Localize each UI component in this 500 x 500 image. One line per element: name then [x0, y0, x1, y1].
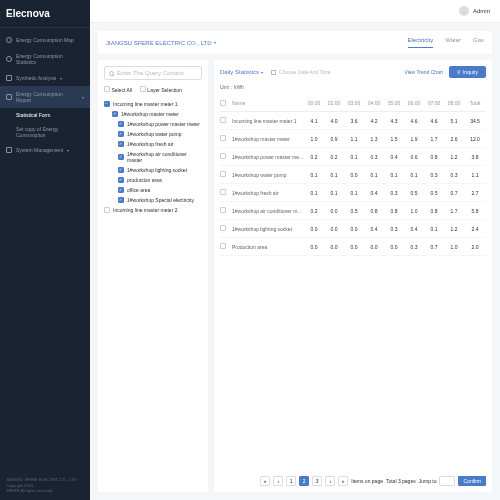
date-picker[interactable]: Choose Date And Time [271, 69, 330, 75]
column-header[interactable]: Name [232, 100, 304, 107]
nav-statistical-form[interactable]: Statistical Form [0, 108, 90, 122]
toolbar: Daily Statistics▾ Choose Date And Time V… [220, 66, 486, 78]
nav-energy-stats[interactable]: Energy Consumption Statistics [0, 48, 90, 70]
tabs: Electricity Water Gas [408, 37, 484, 48]
tree-item[interactable]: 1#workshop lighting socket [104, 165, 202, 175]
page-prev[interactable]: ‹ [273, 476, 283, 486]
tree-item[interactable]: Incoming line master meter 1 [104, 99, 202, 109]
breadcrumb[interactable]: JIANGSU SFERE ELECTRIC CO., LTD▾ [106, 40, 216, 46]
tree-item[interactable]: Incoming line master meter 2 [104, 205, 202, 215]
checkbox[interactable] [104, 101, 110, 107]
page-1[interactable]: 1 [286, 476, 296, 486]
column-header[interactable]: 04:00 [364, 100, 384, 107]
checkbox[interactable] [118, 131, 124, 137]
logo: Elecnova [0, 0, 90, 28]
table-row: Incoming line master meter 14.14.03.64.2… [220, 112, 486, 130]
checkbox[interactable] [118, 187, 124, 193]
checkbox[interactable] [220, 189, 226, 195]
period-dropdown[interactable]: Daily Statistics▾ [220, 69, 263, 75]
column-header[interactable]: 00:00 [304, 100, 324, 107]
nav-energy-report[interactable]: Energy Consumption Report▾ [0, 86, 90, 108]
column-header[interactable]: 05:00 [384, 100, 404, 107]
tree-item[interactable]: office area [104, 185, 202, 195]
checkbox[interactable] [220, 171, 226, 177]
chevron-down-icon: ▾ [261, 70, 263, 75]
select-all[interactable]: Select All [104, 86, 132, 93]
table-row: 1#workshop power master meter0.20.20.10.… [220, 148, 486, 166]
checkbox[interactable] [118, 154, 124, 160]
analysis-icon [6, 75, 12, 81]
select-options: Select All Layer Selection [104, 84, 202, 95]
inquiry-button[interactable]: ⚲Inquiry [449, 66, 486, 78]
tree-item[interactable]: 1#workshop water pump [104, 129, 202, 139]
page-first[interactable]: « [260, 476, 270, 486]
layer-selection[interactable]: Layer Selection [140, 86, 182, 93]
page-3[interactable]: 3 [312, 476, 322, 486]
checkbox[interactable] [220, 225, 226, 231]
body-row: Enter The Query Content Select All Layer… [98, 60, 492, 492]
search-input[interactable]: Enter The Query Content [104, 66, 202, 80]
nav-energy-map[interactable]: Energy Consumption Map [0, 32, 90, 48]
search-icon [109, 71, 114, 76]
stats-icon [6, 56, 12, 62]
column-header[interactable]: 06:00 [404, 100, 424, 107]
chevron-down-icon: ▾ [214, 40, 216, 45]
tree: Incoming line master meter 11#workshop m… [104, 99, 202, 215]
tab-gas[interactable]: Gas [473, 37, 484, 48]
tree-item[interactable]: production area [104, 175, 202, 185]
tab-electricity[interactable]: Electricity [408, 37, 434, 48]
checkbox[interactable] [118, 141, 124, 147]
gear-icon [6, 147, 12, 153]
table-row: 1#workshop water pump0.10.10.00.10.10.10… [220, 166, 486, 184]
checkbox[interactable] [220, 117, 226, 123]
nav-set-copy[interactable]: Set copy of Energy Consumption [0, 122, 90, 142]
page-next[interactable]: › [325, 476, 335, 486]
checkbox[interactable] [118, 177, 124, 183]
column-header[interactable]: 08:00 [444, 100, 464, 107]
page-jump-input[interactable] [439, 476, 455, 486]
avatar[interactable] [459, 6, 469, 16]
search-icon: ⚲ [457, 69, 461, 75]
page-last[interactable]: » [338, 476, 348, 486]
chevron-down-icon: ▾ [82, 95, 84, 100]
topbar: Admin [90, 0, 500, 23]
tree-item[interactable]: 1#workshop master meter [104, 109, 202, 119]
sidebar-footer: JIANGSU SFERE ELECTRIC CO., LTD Copyrigh… [0, 471, 90, 500]
username[interactable]: Admin [473, 8, 490, 14]
checkbox[interactable] [220, 135, 226, 141]
checkbox[interactable] [220, 207, 226, 213]
column-header[interactable]: Total [464, 100, 486, 107]
total-pages-label: Total 3 pages [386, 478, 416, 484]
sidebar: Elecnova Energy Consumption Map Energy C… [0, 0, 90, 500]
page-2[interactable]: 2 [299, 476, 309, 486]
tree-item[interactable]: 1#workshop air conditioner master [104, 149, 202, 165]
confirm-button[interactable]: Confirm [458, 476, 486, 486]
view-trend-button[interactable]: View Trend Chart [404, 69, 443, 75]
jump-label: Jump to [419, 478, 437, 484]
content: JIANGSU SFERE ELECTRIC CO., LTD▾ Electri… [90, 23, 500, 500]
data-table: Name00:0002:0003:0004:0005:0006:0007:000… [220, 96, 486, 468]
tab-water[interactable]: Water [445, 37, 461, 48]
main: Admin JIANGSU SFERE ELECTRIC CO., LTD▾ E… [90, 0, 500, 500]
checkbox[interactable] [112, 111, 118, 117]
checkbox[interactable] [118, 121, 124, 127]
column-header[interactable]: 02:00 [324, 100, 344, 107]
checkbox[interactable] [118, 167, 124, 173]
nav-system-mgmt[interactable]: System Management▾ [0, 142, 90, 158]
tree-item[interactable]: 1#workshop fresh air [104, 139, 202, 149]
checkbox[interactable] [220, 100, 226, 106]
column-header[interactable]: 07:00 [424, 100, 444, 107]
table-row: 1#workshop fresh air0.10.10.10.40.30.50.… [220, 184, 486, 202]
pagination: « ‹ 1 2 3 › » Items on page Total 3 page… [220, 472, 486, 486]
tree-item[interactable]: 1#workshop power master meter [104, 119, 202, 129]
checkbox[interactable] [118, 197, 124, 203]
map-icon [6, 37, 12, 43]
checkbox[interactable] [220, 243, 226, 249]
checkbox[interactable] [104, 207, 110, 213]
nav-synthetic[interactable]: Synthetic Analysis▾ [0, 70, 90, 86]
tree-item[interactable]: 1#workshop Special electricity [104, 195, 202, 205]
checkbox[interactable] [220, 153, 226, 159]
column-header[interactable]: 03:00 [344, 100, 364, 107]
chevron-down-icon: ▾ [67, 148, 69, 153]
table-header: Name00:0002:0003:0004:0005:0006:0007:000… [220, 96, 486, 112]
